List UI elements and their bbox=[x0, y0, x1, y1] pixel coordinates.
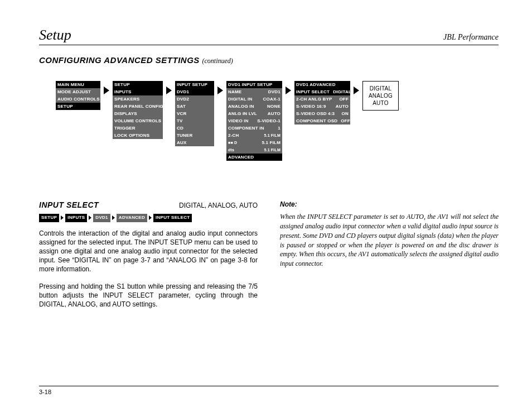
arrow-icon bbox=[166, 87, 172, 94]
menu-item-selected: DVD1 bbox=[175, 88, 214, 95]
menu-item: 2-CH ANLG BYPOFF bbox=[294, 95, 350, 103]
menu-item: TUNER bbox=[175, 132, 214, 139]
menu-item: COMPONENT IN1 bbox=[226, 124, 282, 132]
arrow-icon bbox=[61, 215, 64, 220]
arrow-icon bbox=[354, 87, 359, 94]
menu-item: SAT bbox=[175, 103, 214, 110]
note-body: When the INPUT SELECT parameter is set t… bbox=[280, 212, 499, 269]
page-header: Setup JBL Performance bbox=[39, 27, 499, 45]
menu-item-selected: INPUT SELECTDIGITAL bbox=[294, 88, 350, 95]
menu-title: DVD1 ADVANCED bbox=[294, 81, 350, 88]
body-paragraph: Pressing and holding the S1 button while… bbox=[39, 282, 258, 309]
section-heading: CONFIGURING ADVANCED SETTINGS (continued… bbox=[39, 55, 499, 65]
menu-main: MAIN MENU MODE ADJUST AUDIO CONTROLS SET… bbox=[56, 81, 100, 110]
menu-dvd1-input: DVD1 INPUT SETUP NAMEDVD1 DIGITAL INCOAX… bbox=[226, 81, 282, 161]
breadcrumb: SETUP INPUTS DVD1 ADVANCED INPUT SELECT bbox=[39, 214, 258, 222]
menu-item: dts5.1 FILM bbox=[226, 146, 282, 154]
menu-setup: SETUP INPUTS SPEAKERS REAR PANEL CONFIG … bbox=[113, 81, 163, 139]
menu-item-selected: ADVANCED bbox=[226, 154, 282, 161]
menu-nav-row: MAIN MENU MODE ADJUST AUDIO CONTROLS SET… bbox=[56, 81, 499, 161]
option-auto: AUTO bbox=[369, 99, 393, 107]
menu-item: DISPLAYS bbox=[113, 110, 163, 117]
menu-item: VCR bbox=[175, 110, 214, 117]
right-column: Note: When the INPUT SELECT parameter is… bbox=[280, 200, 499, 317]
menu-item: S-VIDEO OSD 4:3ON bbox=[294, 110, 350, 117]
menu-item: TRIGGER bbox=[113, 124, 163, 132]
menu-input-setup: INPUT SETUP DVD1 DVD2 SAT VCR TV CD TUNE… bbox=[175, 81, 214, 146]
page-footer: 3-18 bbox=[39, 386, 499, 395]
option-analog: ANALOG bbox=[369, 92, 393, 99]
menu-item: LOCK OPTIONS bbox=[113, 132, 163, 139]
menu-options-box: DIGITAL ANALOG AUTO bbox=[362, 81, 399, 111]
page-number: 3-18 bbox=[39, 389, 51, 395]
crumb: INPUTS bbox=[65, 214, 87, 222]
subsection-heading: INPUT SELECT bbox=[39, 200, 99, 210]
menu-item: AUDIO CONTROLS bbox=[56, 95, 100, 103]
option-digital: DIGITAL bbox=[369, 85, 393, 92]
crumb: ADVANCED bbox=[117, 214, 147, 222]
menu-item: COMPONENT OSDOFF bbox=[294, 117, 350, 124]
menu-title: INPUT SETUP bbox=[175, 81, 214, 88]
menu-item: SPEAKERS bbox=[113, 95, 163, 103]
menu-item: AUX bbox=[175, 139, 214, 146]
crumb: SETUP bbox=[39, 214, 59, 222]
menu-item: TV bbox=[175, 117, 214, 124]
menu-item: REAR PANEL CONFIG bbox=[113, 103, 163, 110]
arrow-icon bbox=[112, 215, 115, 220]
menu-item: VIDEO INS-VIDEO-1 bbox=[226, 117, 282, 124]
brand-label: JBL Performance bbox=[443, 33, 499, 42]
body-paragraph: Controls the interaction of the digital … bbox=[39, 229, 258, 274]
menu-item: ANALOG INNONE bbox=[226, 103, 282, 110]
arrow-icon bbox=[286, 87, 291, 94]
menu-item: DVD2 bbox=[175, 95, 214, 103]
menu-item: S-VIDEO 16:9AUTO bbox=[294, 103, 350, 110]
menu-item: MODE ADJUST bbox=[56, 88, 100, 95]
menu-item: ■■ D5.1 FILM bbox=[226, 139, 282, 146]
menu-title: SETUP bbox=[113, 81, 163, 88]
page-title: Setup bbox=[39, 27, 71, 44]
menu-item: ANLG IN LVLAUTO bbox=[226, 110, 282, 117]
left-column: INPUT SELECT DIGITAL, ANALOG, AUTO SETUP… bbox=[39, 200, 258, 317]
note-label: Note: bbox=[280, 200, 499, 209]
menu-title: MAIN MENU bbox=[56, 81, 100, 88]
arrow-icon bbox=[89, 215, 91, 220]
body-columns: INPUT SELECT DIGITAL, ANALOG, AUTO SETUP… bbox=[39, 200, 499, 317]
menu-item: CD bbox=[175, 124, 214, 132]
menu-item: VOLUME CONTROLS bbox=[113, 117, 163, 124]
subsection-options: DIGITAL, ANALOG, AUTO bbox=[179, 201, 258, 210]
section-continued: (continued) bbox=[202, 57, 233, 65]
crumb: INPUT SELECT bbox=[153, 214, 192, 222]
menu-dvd1-advanced: DVD1 ADVANCED INPUT SELECTDIGITAL 2-CH A… bbox=[294, 81, 350, 124]
menu-item: 2-CH5.1 FILM bbox=[226, 132, 282, 139]
menu-item: DIGITAL INCOAX-1 bbox=[226, 95, 282, 103]
menu-title: DVD1 INPUT SETUP bbox=[226, 81, 282, 88]
menu-item-selected: SETUP bbox=[56, 103, 100, 110]
arrow-icon bbox=[217, 87, 223, 94]
crumb: DVD1 bbox=[93, 214, 110, 222]
menu-item: NAMEDVD1 bbox=[226, 88, 282, 95]
menu-item-selected: INPUTS bbox=[113, 88, 163, 95]
arrow-icon bbox=[149, 215, 152, 220]
section-heading-text: CONFIGURING ADVANCED SETTINGS bbox=[39, 55, 200, 65]
arrow-icon bbox=[104, 87, 109, 94]
